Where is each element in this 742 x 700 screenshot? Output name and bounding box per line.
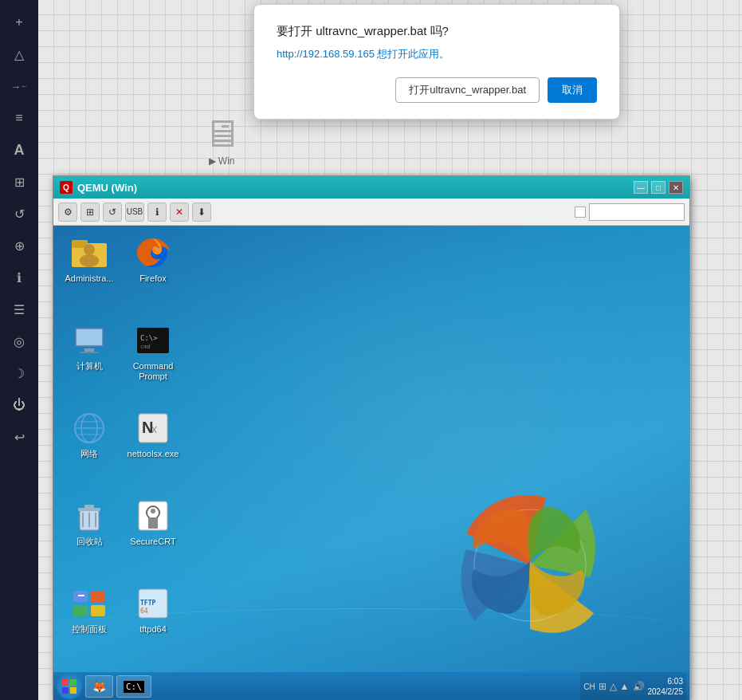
svg-point-3 — [84, 244, 95, 255]
sidebar-circle-icon[interactable]: ◎ — [5, 327, 33, 356]
toolbar-save-icon[interactable]: ⬇ — [192, 203, 211, 222]
qemu-logo-icon: Q — [60, 181, 73, 194]
qemu-toolbar: ⚙ ⊞ ↺ USB ℹ ✕ ⬇ — [53, 199, 689, 226]
svg-text:64: 64 — [140, 608, 148, 615]
tray-volume-icon[interactable]: 🔊 — [633, 681, 645, 692]
firefox-icon[interactable]: Firefox — [125, 234, 181, 284]
sidebar-power-icon[interactable]: ⏻ — [5, 391, 33, 419]
sidebar-bell-icon[interactable]: △ — [5, 40, 33, 69]
sidebar-back-icon[interactable]: ↩ — [5, 423, 33, 451]
vm-desktop: Administra... Firefox — [53, 226, 689, 700]
taskbar-firefox-btn[interactable]: 🦊 — [85, 675, 113, 698]
controlpanel-label: 控制面板 — [61, 624, 117, 635]
start-button[interactable] — [57, 674, 82, 699]
window-controls: — □ ✕ — [634, 181, 683, 194]
network-label: 网络 — [61, 449, 117, 459]
svg-rect-9 — [80, 352, 99, 353]
close-button[interactable]: ✕ — [669, 181, 683, 194]
open-dialog: 要打开 ultravnc_wrapper.bat 吗? http://192.1… — [253, 4, 620, 120]
cmd-label: CommandPrompt — [125, 361, 181, 382]
toolbar-usb-icon[interactable]: USB — [125, 203, 144, 222]
tftpd64-icon[interactable]: TFTP 64 tftpd64 — [125, 584, 181, 635]
svg-rect-29 — [148, 517, 158, 529]
administrator-icon[interactable]: Administra... — [61, 234, 117, 284]
controlpanel-icon[interactable]: 控制面板 — [61, 584, 117, 635]
svg-text:cmd: cmd — [140, 344, 151, 350]
sidebar: + △ →← ≡ A ⊞ ↺ ⊕ ℹ ☰ ◎ ☽ ⏻ ↩ — [0, 0, 38, 700]
svg-text:x: x — [151, 423, 157, 435]
svg-rect-39 — [62, 679, 69, 686]
computer-label: 计算机 — [61, 361, 117, 372]
firefox-label: Firefox — [125, 273, 181, 284]
tray-network-icon[interactable]: ▲ — [620, 681, 630, 692]
tray-lang-icon: CH — [583, 682, 595, 691]
svg-rect-42 — [70, 687, 77, 694]
svg-rect-34 — [91, 605, 105, 616]
tray-grid-icon[interactable]: ⊞ — [599, 681, 607, 692]
nettoolsx-icon[interactable]: N x nettoolsx.exe — [125, 409, 181, 459]
toolbar-checkbox[interactable] — [575, 206, 586, 218]
sidebar-zoom-icon[interactable]: ⊕ — [5, 231, 33, 260]
dialog-buttons: 打开ultravnc_wrapper.bat 取消 — [277, 77, 597, 103]
taskbar-clock: 6:03 2024/2/25 — [648, 676, 684, 697]
main-area: 🖥 ▶ Win 要打开 ultravnc_wrapper.bat 吗? http… — [38, 0, 742, 700]
dialog-title-text: 要打开 ultravnc_wrapper.bat 吗? — [277, 24, 449, 37]
vm-taskbar: 🦊 C:\ CH ⊞ △ ▲ 🔊 6:03 2024/2/25 — [53, 672, 689, 700]
svg-point-30 — [151, 509, 155, 513]
tray-expand-icon[interactable]: △ — [610, 681, 617, 692]
securecrt-label: SecureCRT — [125, 537, 181, 547]
cmd-icon[interactable]: C:\> cmd CommandPrompt — [125, 321, 181, 382]
computer-icon[interactable]: 计算机 — [61, 321, 117, 372]
toolbar-refresh-icon[interactable]: ↺ — [103, 203, 122, 222]
toolbar-display-icon[interactable]: ⊞ — [80, 203, 100, 222]
svg-rect-8 — [84, 348, 94, 352]
toolbar-settings-icon[interactable]: ⚙ — [58, 203, 77, 222]
securecrt-icon[interactable]: SecureCRT — [125, 497, 181, 547]
dialog-url-text: http://192.168.59.165 想打开此应用。 — [277, 48, 450, 60]
recycle-icon[interactable]: 回收站 — [61, 497, 117, 547]
toolbar-search-input[interactable] — [589, 203, 685, 221]
maximize-button[interactable]: □ — [651, 181, 665, 194]
sidebar-info-icon[interactable]: ℹ — [5, 263, 33, 292]
qemu-title: QEMU (Win) — [77, 182, 629, 194]
sidebar-moon-icon[interactable]: ☽ — [5, 359, 33, 387]
minimize-button[interactable]: — — [634, 181, 648, 194]
toolbar-info-icon[interactable]: ℹ — [147, 203, 167, 222]
administrator-label: Administra... — [61, 273, 117, 284]
taskbar-cmd-btn[interactable]: C:\ — [116, 675, 151, 698]
open-file-button[interactable]: 打开ultravnc_wrapper.bat — [395, 77, 540, 103]
taskbar-tray: CH ⊞ △ ▲ 🔊 6:03 2024/2/25 — [580, 672, 686, 700]
toolbar-stop-icon[interactable]: ✕ — [170, 203, 189, 222]
svg-text:TFTP: TFTP — [140, 600, 155, 607]
dialog-title: 要打开 ultravnc_wrapper.bat 吗? — [277, 24, 597, 39]
sidebar-text-icon[interactable]: A — [5, 136, 33, 164]
sidebar-list-icon[interactable]: ≡ — [5, 104, 33, 132]
svg-rect-40 — [70, 679, 77, 686]
dialog-url: http://192.168.59.165 想打开此应用。 — [277, 47, 597, 61]
sidebar-refresh-icon[interactable]: ↺ — [5, 199, 33, 228]
network-icon[interactable]: 网络 — [61, 409, 117, 459]
svg-rect-26 — [84, 505, 94, 508]
recycle-label: 回收站 — [61, 537, 117, 547]
qemu-window: Q QEMU (Win) — □ ✕ ⚙ ⊞ ↺ USB ℹ ✕ ⬇ — [53, 175, 690, 700]
sidebar-grid-icon[interactable]: ⊞ — [5, 167, 33, 196]
sidebar-doc-icon[interactable]: ☰ — [5, 295, 33, 324]
svg-rect-41 — [62, 687, 69, 694]
svg-rect-32 — [91, 591, 105, 602]
svg-rect-33 — [73, 605, 88, 616]
svg-rect-7 — [77, 329, 102, 345]
tftpd64-label: tftpd64 — [125, 624, 181, 635]
svg-rect-25 — [78, 508, 100, 511]
clock-time: 6:03 — [648, 676, 684, 686]
cancel-button[interactable]: 取消 — [548, 77, 597, 103]
nettoolsx-label: nettoolsx.exe — [125, 449, 181, 459]
clock-date: 2024/2/25 — [648, 686, 684, 697]
qemu-titlebar: Q QEMU (Win) — □ ✕ — [53, 176, 689, 199]
svg-point-4 — [80, 254, 99, 267]
sidebar-plus-icon[interactable]: + — [5, 8, 33, 37]
sidebar-arrow-icon[interactable]: →← — [5, 72, 33, 100]
svg-text:C:\>: C:\> — [140, 334, 158, 342]
win-desktop-icon: 🖥 ▶ Win — [190, 112, 253, 167]
